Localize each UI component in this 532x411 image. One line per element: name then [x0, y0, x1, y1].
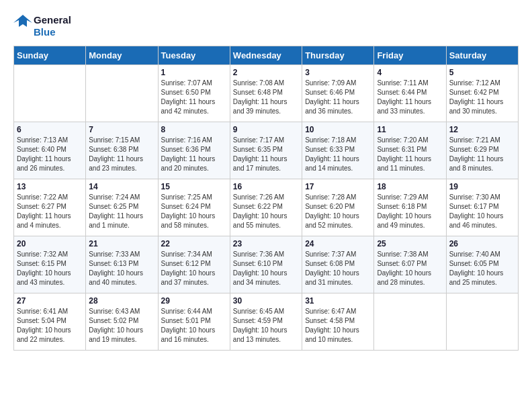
day-number: 21 [89, 239, 154, 248]
day-info: Sunrise: 7:07 AM Sunset: 6:50 PM Dayligh… [161, 79, 227, 116]
week-row-3: 13Sunrise: 7:22 AM Sunset: 6:27 PM Dayli… [14, 179, 519, 236]
day-info: Sunrise: 7:08 AM Sunset: 6:48 PM Dayligh… [233, 79, 299, 116]
calendar-cell: 18Sunrise: 7:29 AM Sunset: 6:18 PM Dayli… [374, 179, 446, 236]
calendar-cell: 23Sunrise: 7:36 AM Sunset: 6:10 PM Dayli… [230, 236, 302, 293]
day-number: 24 [305, 239, 371, 248]
day-info: Sunrise: 7:22 AM Sunset: 6:27 PM Dayligh… [17, 193, 83, 230]
calendar-cell: 6Sunrise: 7:13 AM Sunset: 6:40 PM Daylig… [14, 122, 86, 179]
day-number: 17 [305, 182, 371, 191]
calendar-cell: 22Sunrise: 7:34 AM Sunset: 6:12 PM Dayli… [158, 236, 230, 293]
day-number: 23 [233, 239, 299, 248]
calendar-cell [86, 65, 158, 122]
day-info: Sunrise: 6:45 AM Sunset: 4:59 PM Dayligh… [233, 307, 299, 345]
day-info: Sunrise: 7:16 AM Sunset: 6:36 PM Dayligh… [161, 136, 227, 173]
logo-general: General [34, 14, 71, 26]
day-info: Sunrise: 7:25 AM Sunset: 6:24 PM Dayligh… [161, 193, 227, 230]
day-info: Sunrise: 7:20 AM Sunset: 6:31 PM Dayligh… [377, 136, 443, 173]
day-number: 3 [305, 68, 371, 77]
calendar-cell: 19Sunrise: 7:30 AM Sunset: 6:17 PM Dayli… [446, 179, 518, 236]
calendar-cell: 14Sunrise: 7:24 AM Sunset: 6:25 PM Dayli… [86, 179, 158, 236]
header-day-monday: Monday [86, 46, 158, 65]
day-number: 29 [161, 296, 227, 306]
header-day-saturday: Saturday [446, 46, 518, 65]
calendar-cell: 3Sunrise: 7:09 AM Sunset: 6:46 PM Daylig… [302, 65, 374, 122]
calendar-cell: 26Sunrise: 7:40 AM Sunset: 6:05 PM Dayli… [446, 236, 518, 293]
logo: General Blue [13, 13, 71, 39]
calendar-cell [446, 293, 518, 351]
header-day-sunday: Sunday [14, 46, 86, 65]
day-info: Sunrise: 7:34 AM Sunset: 6:12 PM Dayligh… [161, 250, 227, 287]
logo-bird-icon [13, 13, 32, 39]
calendar-cell: 7Sunrise: 7:15 AM Sunset: 6:38 PM Daylig… [86, 122, 158, 179]
day-number: 8 [161, 125, 227, 134]
day-number: 19 [449, 182, 515, 191]
day-info: Sunrise: 7:11 AM Sunset: 6:44 PM Dayligh… [377, 79, 443, 116]
day-number: 31 [305, 296, 371, 306]
day-number: 13 [17, 182, 83, 191]
calendar-cell: 17Sunrise: 7:28 AM Sunset: 6:20 PM Dayli… [302, 179, 374, 236]
week-row-5: 27Sunrise: 6:41 AM Sunset: 5:04 PM Dayli… [14, 293, 519, 351]
calendar-header-row: SundayMondayTuesdayWednesdayThursdayFrid… [14, 46, 519, 65]
day-number: 4 [377, 68, 443, 77]
calendar-cell: 27Sunrise: 6:41 AM Sunset: 5:04 PM Dayli… [14, 293, 86, 351]
day-number: 30 [233, 296, 299, 306]
day-number: 15 [161, 182, 227, 191]
calendar-cell: 29Sunrise: 6:44 AM Sunset: 5:01 PM Dayli… [158, 293, 230, 351]
day-info: Sunrise: 7:18 AM Sunset: 6:33 PM Dayligh… [305, 136, 371, 173]
calendar-cell: 21Sunrise: 7:33 AM Sunset: 6:13 PM Dayli… [86, 236, 158, 293]
day-number: 28 [89, 296, 154, 306]
day-info: Sunrise: 6:44 AM Sunset: 5:01 PM Dayligh… [161, 307, 227, 345]
day-info: Sunrise: 6:41 AM Sunset: 5:04 PM Dayligh… [17, 307, 83, 345]
day-number: 18 [377, 182, 443, 191]
day-number: 26 [449, 239, 515, 248]
calendar-cell: 24Sunrise: 7:37 AM Sunset: 6:08 PM Dayli… [302, 236, 374, 293]
day-number: 12 [449, 125, 515, 134]
day-info: Sunrise: 7:26 AM Sunset: 6:22 PM Dayligh… [233, 193, 299, 230]
calendar-cell [14, 65, 86, 122]
day-info: Sunrise: 7:09 AM Sunset: 6:46 PM Dayligh… [305, 79, 371, 116]
header-day-wednesday: Wednesday [230, 46, 302, 65]
day-number: 27 [17, 296, 83, 306]
week-row-4: 20Sunrise: 7:32 AM Sunset: 6:15 PM Dayli… [14, 236, 519, 293]
calendar-cell: 25Sunrise: 7:38 AM Sunset: 6:07 PM Dayli… [374, 236, 446, 293]
day-number: 11 [377, 125, 443, 134]
calendar-cell: 8Sunrise: 7:16 AM Sunset: 6:36 PM Daylig… [158, 122, 230, 179]
day-number: 9 [233, 125, 299, 134]
calendar-cell: 9Sunrise: 7:17 AM Sunset: 6:35 PM Daylig… [230, 122, 302, 179]
calendar-cell: 13Sunrise: 7:22 AM Sunset: 6:27 PM Dayli… [14, 179, 86, 236]
calendar-cell: 5Sunrise: 7:12 AM Sunset: 6:42 PM Daylig… [446, 65, 518, 122]
calendar-cell: 28Sunrise: 6:43 AM Sunset: 5:02 PM Dayli… [86, 293, 158, 351]
calendar-cell: 16Sunrise: 7:26 AM Sunset: 6:22 PM Dayli… [230, 179, 302, 236]
day-number: 14 [89, 182, 154, 191]
day-number: 20 [17, 239, 83, 248]
calendar-cell: 1Sunrise: 7:07 AM Sunset: 6:50 PM Daylig… [158, 65, 230, 122]
day-info: Sunrise: 7:32 AM Sunset: 6:15 PM Dayligh… [17, 250, 83, 287]
day-number: 16 [233, 182, 299, 191]
calendar-cell: 15Sunrise: 7:25 AM Sunset: 6:24 PM Dayli… [158, 179, 230, 236]
day-info: Sunrise: 7:38 AM Sunset: 6:07 PM Dayligh… [377, 250, 443, 287]
day-info: Sunrise: 7:36 AM Sunset: 6:10 PM Dayligh… [233, 250, 299, 287]
header-day-friday: Friday [374, 46, 446, 65]
calendar-table: SundayMondayTuesdayWednesdayThursdayFrid… [13, 46, 519, 351]
day-info: Sunrise: 7:24 AM Sunset: 6:25 PM Dayligh… [89, 193, 154, 230]
calendar-cell: 11Sunrise: 7:20 AM Sunset: 6:31 PM Dayli… [374, 122, 446, 179]
svg-marker-0 [13, 15, 32, 27]
day-info: Sunrise: 7:21 AM Sunset: 6:29 PM Dayligh… [449, 136, 515, 173]
day-info: Sunrise: 7:17 AM Sunset: 6:35 PM Dayligh… [233, 136, 299, 173]
day-info: Sunrise: 7:30 AM Sunset: 6:17 PM Dayligh… [449, 193, 515, 230]
calendar-cell: 31Sunrise: 6:47 AM Sunset: 4:58 PM Dayli… [302, 293, 374, 351]
day-number: 2 [233, 68, 299, 77]
day-number: 25 [377, 239, 443, 248]
calendar-cell: 12Sunrise: 7:21 AM Sunset: 6:29 PM Dayli… [446, 122, 518, 179]
calendar-cell: 4Sunrise: 7:11 AM Sunset: 6:44 PM Daylig… [374, 65, 446, 122]
day-info: Sunrise: 6:47 AM Sunset: 4:58 PM Dayligh… [305, 307, 371, 345]
day-info: Sunrise: 7:28 AM Sunset: 6:20 PM Dayligh… [305, 193, 371, 230]
day-info: Sunrise: 7:29 AM Sunset: 6:18 PM Dayligh… [377, 193, 443, 230]
day-info: Sunrise: 7:33 AM Sunset: 6:13 PM Dayligh… [89, 250, 154, 287]
day-info: Sunrise: 7:12 AM Sunset: 6:42 PM Dayligh… [449, 79, 515, 116]
logo-blue: Blue [34, 26, 71, 38]
day-info: Sunrise: 7:13 AM Sunset: 6:40 PM Dayligh… [17, 136, 83, 173]
day-number: 22 [161, 239, 227, 248]
day-number: 1 [161, 68, 227, 77]
day-info: Sunrise: 7:15 AM Sunset: 6:38 PM Dayligh… [89, 136, 154, 173]
